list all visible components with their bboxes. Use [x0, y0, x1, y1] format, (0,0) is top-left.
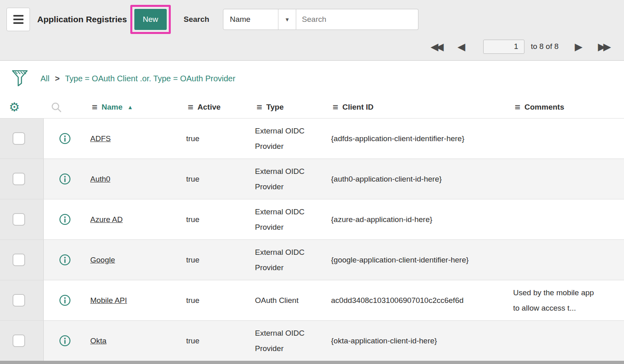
breadcrumb-separator: > [55, 74, 60, 83]
cell-type: External OIDC Provider [255, 326, 331, 356]
search-column-selected-value: Name [223, 15, 250, 24]
page-title: Application Registries [37, 15, 127, 24]
new-button-highlight-box: New [130, 5, 171, 34]
search-input[interactable] [296, 9, 418, 30]
column-header-comments[interactable]: Comments [524, 103, 564, 112]
table-row-azure-ad: Azure AD true External OIDC Provider {az… [0, 199, 624, 239]
cell-type: External OIDC Provider [255, 245, 331, 275]
row-checkbox[interactable] [13, 213, 25, 226]
table-row-mobile-api: Mobile API true OAuth Client ac0dd3408c1… [0, 280, 624, 320]
column-menu-icon[interactable]: ≡ [333, 102, 338, 112]
cell-client-id: ac0dd3408c1031006907010c2cc6ef6d [331, 293, 513, 308]
record-link[interactable]: Google [90, 256, 115, 265]
table-row-adfs: ADFS true External OIDC Provider {adfds-… [0, 118, 624, 159]
table-row-google: Google true External OIDC Provider {goog… [0, 239, 624, 280]
cell-active: true [186, 212, 255, 227]
gear-icon[interactable]: ⚙ [9, 101, 20, 113]
row-checkbox[interactable] [13, 132, 25, 145]
column-menu-icon[interactable]: ≡ [92, 102, 98, 112]
breadcrumb: All > Type = OAuth Client .or. Type = OA… [40, 74, 236, 83]
filter-icon[interactable] [11, 70, 28, 87]
cell-comments: Used by the mobile app to allow access t… [513, 285, 624, 315]
sort-ascending-icon: ▲ [127, 104, 133, 110]
search-column-select[interactable]: Name ▼ [223, 9, 296, 30]
cell-type: External OIDC Provider [255, 123, 331, 153]
new-button[interactable]: New [134, 9, 167, 30]
chevron-down-icon: ▼ [278, 9, 296, 30]
title-row: Application Registries New Search Name ▼ [0, 6, 624, 33]
info-icon[interactable] [59, 133, 71, 144]
column-menu-icon[interactable]: ≡ [257, 102, 262, 112]
cell-client-id: {azure-ad-application-id-here} [331, 212, 513, 227]
info-icon[interactable] [59, 214, 71, 225]
row-checkbox[interactable] [13, 173, 25, 185]
cell-active: true [186, 293, 255, 308]
last-page-button[interactable]: ▶▶ [596, 42, 613, 52]
record-link[interactable]: ADFS [90, 134, 111, 143]
list-context-menu-button[interactable] [6, 8, 30, 31]
cell-type: External OIDC Provider [255, 204, 331, 234]
table-row-auth0: Auth0 true External OIDC Provider {auth0… [0, 159, 624, 199]
scrollbar-track[interactable] [0, 361, 624, 364]
row-checkbox[interactable] [13, 254, 25, 266]
first-page-button[interactable]: ◀◀ [428, 42, 446, 52]
pagination-range-label: to 8 of 8 [531, 42, 559, 51]
record-link[interactable]: Azure AD [90, 215, 123, 224]
cell-active: true [186, 131, 255, 146]
page-number-input[interactable] [483, 40, 524, 54]
row-checkbox[interactable] [13, 294, 25, 307]
column-header-active[interactable]: Active [197, 103, 221, 112]
table-row-okta: Okta true External OIDC Provider {okta-a… [0, 320, 624, 361]
column-header-type[interactable]: Type [266, 103, 284, 112]
breadcrumb-condition-link[interactable]: Type = OAuth Client .or. Type = OAuth Pr… [65, 74, 236, 83]
cell-client-id: {okta-application-client-id-here} [331, 333, 513, 348]
info-icon[interactable] [59, 335, 71, 347]
breadcrumb-bar: All > Type = OAuth Client .or. Type = OA… [0, 61, 624, 96]
record-link[interactable]: Okta [90, 336, 106, 345]
application-registries-list: Application Registries New Search Name ▼… [0, 0, 624, 364]
info-icon[interactable] [59, 294, 71, 306]
table-header-row: ⚙ ≡ Name ▲ ≡ Active ≡ Type ≡ Client ID [0, 96, 624, 118]
cell-client-id: {auth0-application-client-id-here} [331, 171, 513, 186]
column-menu-icon[interactable]: ≡ [515, 102, 520, 112]
pagination-bar: ◀◀ ◀ to 8 of 8 ▶ ▶▶ [0, 36, 624, 57]
info-icon[interactable] [59, 254, 71, 266]
cell-type: External OIDC Provider [255, 164, 331, 194]
record-link[interactable]: Mobile API [90, 296, 127, 305]
search-label: Search [184, 15, 209, 24]
search-rows-icon[interactable] [51, 102, 62, 113]
list-header: Application Registries New Search Name ▼… [0, 0, 624, 61]
cell-active: true [186, 333, 255, 348]
breadcrumb-all-link[interactable]: All [40, 74, 49, 83]
next-page-button[interactable]: ▶ [572, 42, 585, 52]
cell-client-id: {adfds-application-client-identifier-her… [331, 131, 513, 146]
cell-client-id: {google-application-client-identifier-he… [331, 252, 513, 267]
info-icon[interactable] [59, 173, 71, 185]
row-checkbox[interactable] [13, 334, 25, 347]
cell-active: true [186, 252, 255, 267]
previous-page-button[interactable]: ◀ [455, 42, 467, 52]
cell-active: true [186, 171, 255, 186]
column-header-name[interactable]: Name [102, 103, 123, 112]
record-link[interactable]: Auth0 [90, 175, 110, 184]
table-body: ADFS true External OIDC Provider {adfds-… [0, 118, 624, 361]
hamburger-icon [13, 15, 23, 17]
cell-type: OAuth Client [255, 293, 331, 308]
column-menu-icon[interactable]: ≡ [188, 102, 193, 112]
column-header-client-id[interactable]: Client ID [342, 103, 374, 112]
